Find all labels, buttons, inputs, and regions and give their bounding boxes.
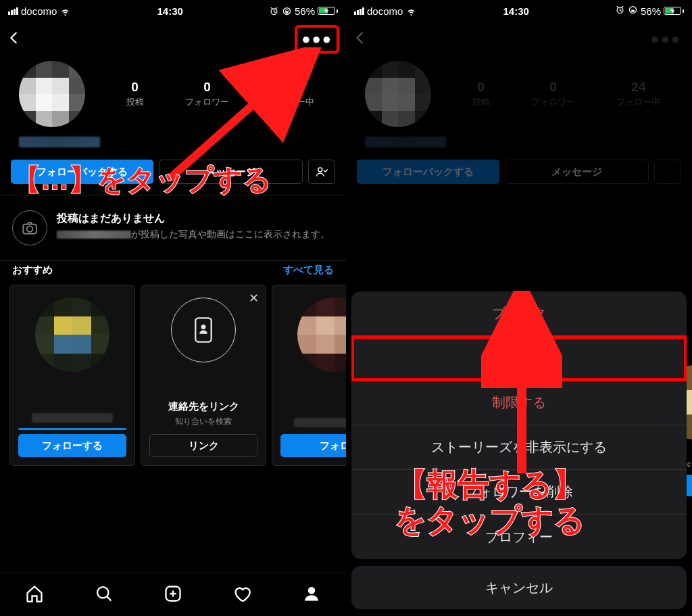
tab-profile[interactable] bbox=[302, 584, 321, 606]
empty-posts: 投稿はまだありません が投稿した写真や動画はここに表示されます。 bbox=[0, 195, 346, 260]
signal-icon bbox=[8, 7, 18, 15]
action-sheet: ブロック 報告する 制限する ストーリーズを非表示にする フォロワーを削除 プロ… bbox=[351, 291, 687, 609]
link-contacts-card[interactable]: ✕ 連絡先をリンク 知り合いを検索 リンク bbox=[141, 285, 266, 466]
follow-button[interactable]: フォロ bbox=[280, 434, 346, 457]
wifi-icon bbox=[405, 5, 417, 17]
suggestions-label: おすすめ bbox=[12, 264, 53, 277]
svg-line-9 bbox=[107, 596, 111, 600]
suggestions-carousel[interactable]: フォローする ✕ 連絡先をリンク 知り合いを検索 リンク フォロ bbox=[0, 285, 346, 466]
clock: 14:30 bbox=[157, 5, 182, 17]
empty-subtitle: が投稿した写真や動画はここに表示されます。 bbox=[57, 227, 330, 242]
svg-rect-6 bbox=[195, 318, 211, 341]
stat-followers[interactable]: 0 フォロワー bbox=[185, 80, 229, 108]
close-icon[interactable]: ✕ bbox=[249, 291, 259, 306]
profile-header: 0 投稿 0 フォロワー 24 フォロー中 bbox=[0, 57, 346, 134]
sheet-hide-story[interactable]: ストーリーズを非表示にする bbox=[351, 425, 687, 470]
message-button[interactable]: メッセージ bbox=[159, 160, 303, 184]
nav-bar: ●●● bbox=[0, 22, 346, 57]
username-redacted bbox=[19, 137, 100, 147]
svg-rect-17 bbox=[631, 10, 634, 12]
tab-search[interactable] bbox=[95, 584, 114, 606]
battery-percent: 56% bbox=[641, 5, 661, 17]
camera-icon bbox=[12, 210, 47, 245]
message-button: メッセージ bbox=[505, 160, 649, 184]
sheet-block[interactable]: ブロック bbox=[351, 291, 687, 336]
carrier-label: docomo bbox=[21, 5, 57, 17]
wifi-icon bbox=[59, 5, 71, 17]
empty-title: 投稿はまだありません bbox=[57, 210, 330, 227]
status-bar: docomo 14:30 56% bbox=[0, 0, 346, 22]
tab-home[interactable] bbox=[25, 584, 44, 606]
orientation-lock-icon bbox=[628, 5, 638, 17]
alarm-icon bbox=[269, 6, 279, 16]
contacts-subtitle: 知り合いを検索 bbox=[175, 416, 232, 427]
carrier-label: docomo bbox=[367, 5, 403, 17]
tab-create[interactable] bbox=[164, 584, 182, 606]
orientation-lock-icon bbox=[282, 6, 292, 16]
stat-following[interactable]: 24 フォロー中 bbox=[270, 80, 314, 108]
svg-point-13 bbox=[308, 587, 316, 594]
suggested-toggle-button bbox=[654, 160, 681, 184]
clock: 14:30 bbox=[503, 5, 528, 17]
alarm-icon bbox=[615, 5, 625, 17]
screenshot-right: docomo 14:30 56% ●●● 0投稿 0フォロワー 24フォロー中 bbox=[346, 0, 692, 616]
suggested-toggle-button[interactable] bbox=[308, 160, 335, 184]
sheet-cancel[interactable]: キャンセル bbox=[351, 566, 687, 609]
tab-activity[interactable] bbox=[232, 584, 251, 606]
avatar[interactable] bbox=[19, 61, 85, 127]
battery-percent: 56% bbox=[295, 5, 315, 17]
sheet-restrict[interactable]: 制限する bbox=[351, 381, 687, 425]
link-button[interactable]: リンク bbox=[149, 434, 257, 457]
more-options-button[interactable]: ●●● bbox=[295, 25, 339, 53]
suggestion-name-redacted bbox=[32, 413, 113, 423]
suggestion-name-redacted bbox=[294, 418, 346, 427]
sheet-remove-follower[interactable]: フォロワーを削除 bbox=[351, 470, 687, 515]
see-all-link[interactable]: すべて見る bbox=[283, 264, 334, 277]
stat-posts[interactable]: 0 投稿 bbox=[126, 80, 144, 108]
svg-point-5 bbox=[27, 226, 33, 232]
sheet-report[interactable]: 報告する bbox=[351, 336, 687, 381]
contacts-title: 連絡先をリンク bbox=[168, 400, 239, 413]
battery-icon bbox=[318, 7, 338, 15]
svg-point-8 bbox=[97, 587, 108, 598]
follow-back-button[interactable]: フォローバックする bbox=[11, 160, 153, 184]
avatar bbox=[365, 61, 431, 127]
back-button[interactable] bbox=[7, 30, 22, 48]
contacts-icon bbox=[171, 298, 236, 362]
battery-icon bbox=[664, 7, 684, 15]
follow-back-button: フォローバックする bbox=[357, 160, 499, 184]
username-redacted bbox=[365, 137, 446, 147]
follow-button[interactable]: フォローする bbox=[18, 434, 126, 457]
sheet-profile-url[interactable]: プロフィー bbox=[351, 515, 687, 559]
nav-bar: ●●● bbox=[346, 22, 692, 57]
status-bar: docomo 14:30 56% bbox=[346, 0, 692, 22]
action-buttons: フォローバックする メッセージ bbox=[0, 147, 346, 195]
tab-bar bbox=[0, 573, 346, 616]
signal-icon bbox=[354, 7, 364, 15]
back-button[interactable] bbox=[353, 30, 368, 48]
svg-rect-2 bbox=[285, 11, 288, 13]
svg-point-3 bbox=[318, 168, 322, 172]
suggestion-card[interactable]: フォローする bbox=[9, 285, 135, 466]
screenshot-left: docomo 14:30 56% ●●● 0 投稿 bbox=[0, 0, 346, 616]
more-options-button[interactable]: ●●● bbox=[646, 28, 685, 51]
profile-header: 0投稿 0フォロワー 24フォロー中 bbox=[346, 57, 692, 134]
svg-point-7 bbox=[201, 325, 205, 329]
suggestion-card[interactable]: フォロ bbox=[272, 285, 346, 466]
